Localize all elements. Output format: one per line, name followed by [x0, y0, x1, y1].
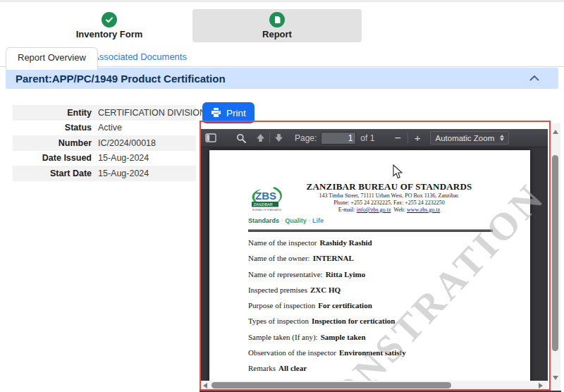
sidebar-toggle-icon[interactable] [205, 133, 216, 142]
scroll-down-icon[interactable] [553, 376, 558, 380]
search-icon[interactable] [236, 133, 246, 143]
tab-bar: Report Overview Associated Documents [0, 47, 564, 67]
field-line: Name of the owner:INTERNAL [248, 250, 406, 266]
page-down-icon[interactable] [274, 133, 283, 142]
detail-label: Date Issued [13, 153, 98, 163]
web-link[interactable]: www.zbs.go.tz [407, 207, 440, 213]
detail-value: 15-Aug-2024 [98, 169, 149, 178]
org-name: ZANZIBAR BUREAU OF STANDARDS [280, 181, 498, 192]
detail-value: 15-Aug-2024 [98, 153, 149, 163]
org-phone-fax: Phone: +255 24 2232225, Fax: +255 24 223… [280, 200, 498, 207]
report-details-table: Entity CERTIFICATION DIVISION Status Act… [13, 105, 196, 181]
detail-value: IC/2024/00018 [98, 138, 156, 148]
svg-text:ZANZIBAR: ZANZIBAR [254, 202, 273, 207]
page-up-icon[interactable] [256, 133, 265, 142]
scroll-up-icon[interactable] [553, 130, 558, 134]
field-line: Inspected premisesZXC HQ [248, 282, 406, 298]
vertical-scrollbar[interactable] [550, 123, 560, 391]
table-row: Status Active [13, 121, 196, 136]
letterhead-rule [248, 229, 493, 232]
parent-accordion-header[interactable]: Parent:APP/PC/1949 Product Certification [6, 68, 558, 89]
field-line: Sample taken (If any):Sample taken [248, 329, 406, 345]
web-label: Web: [391, 207, 407, 213]
select-arrows-icon [500, 135, 504, 141]
svg-text:BUREAU OF STANDARDS: BUREAU OF STANDARDS [252, 209, 282, 212]
parent-title: APP/PC/1949 Product Certification [52, 73, 226, 85]
dot-separator: ◦ [281, 217, 283, 224]
field-line: Types of inspectionInspection for certic… [248, 313, 406, 329]
step-label: Inventory Form [28, 29, 190, 39]
chevron-up-icon[interactable] [529, 75, 540, 82]
zoom-in-icon[interactable]: + [415, 132, 421, 144]
detail-value: Active [98, 123, 122, 133]
check-icon [102, 12, 117, 27]
org-contact-line: E-mail: info@zbs.go.tz Web: www.zbs.go.t… [280, 207, 498, 214]
vertical-scroll-thumb[interactable] [552, 155, 558, 351]
step-label: Report [192, 29, 362, 39]
tagline-quality: Quality [285, 217, 307, 224]
scroll-left-icon[interactable] [203, 383, 207, 388]
detail-label: Entity [13, 108, 98, 118]
print-button-label: Print [226, 108, 246, 118]
pdf-toolbar: Page: of 1 − + Automatic Zoom [200, 129, 548, 147]
horizontal-scrollbar[interactable] [200, 381, 548, 390]
horizontal-scroll-thumb[interactable] [212, 382, 451, 388]
org-address: 143 Timba Street, 71111 Urban West, PO B… [280, 192, 498, 200]
tab-associated-documents[interactable]: Associated Documents [93, 47, 187, 67]
zoom-level-select[interactable]: Automatic Zoom [430, 131, 509, 145]
report-page: Inventory Form Report Report Overview As… [0, 0, 564, 392]
email-link[interactable]: info@zbs.go.tz [357, 207, 391, 213]
table-row: Entity CERTIFICATION DIVISION [13, 105, 196, 121]
field-line: Name of representative:Ritta Lyimo [248, 267, 406, 282]
print-button[interactable]: Print [202, 102, 255, 123]
svg-text:ZBS: ZBS [255, 190, 276, 202]
zoom-out-icon[interactable]: − [394, 132, 400, 145]
email-label: E-mail: [338, 207, 357, 213]
detail-label: Status [13, 123, 98, 133]
tagline: Standards ◦ Quality ◦ Life [248, 217, 324, 224]
dot-separator: ◦ [308, 217, 310, 224]
zoom-level-value: Automatic Zoom [435, 134, 494, 142]
field-line: RemarksAll clear [248, 360, 406, 376]
field-line: Purpose of inspectionFor certification [248, 298, 406, 313]
field-line: Observation of the inspectorEnvironment … [248, 345, 406, 360]
tab-report-overview[interactable]: Report Overview [6, 47, 98, 70]
pdf-viewer: Page: of 1 − + Automatic Zoom ZBS [200, 122, 561, 392]
parent-label: Parent: [16, 73, 52, 85]
page-total-label: of 1 [360, 133, 374, 143]
pdf-page: ZBS ZANZIBAR BUREAU OF STANDARDS ZANZIBA… [209, 150, 530, 381]
table-row: Date Issued 15-Aug-2024 [13, 151, 196, 166]
letterhead: ZANZIBAR BUREAU OF STANDARDS 143 Timba S… [280, 181, 498, 214]
inspection-fields: Name of the inspectorRashidy Rashid Name… [248, 235, 406, 376]
detail-label: Start Date [13, 169, 98, 178]
document-icon [269, 12, 285, 27]
page-number-input[interactable] [321, 132, 356, 145]
detail-label: Number [13, 138, 98, 148]
field-line: Name of the inspectorRashidy Rashid [248, 235, 406, 250]
printer-icon [211, 108, 221, 118]
stepper-step-report[interactable]: Report [192, 9, 362, 42]
toolbar-divider [407, 133, 408, 143]
tagline-life: Life [312, 217, 324, 224]
tagline-standards: Standards [248, 217, 279, 224]
page-label: Page: [295, 133, 317, 143]
table-row: Number IC/2024/00018 [13, 135, 196, 151]
detail-value: CERTIFICATION DIVISION [98, 108, 206, 118]
toolbar-divider [269, 133, 270, 143]
scroll-right-icon[interactable] [539, 383, 543, 388]
pdf-canvas-area[interactable]: ZBS ZANZIBAR BUREAU OF STANDARDS ZANZIBA… [200, 147, 548, 381]
stepper-step-inventory-form[interactable]: Inventory Form [28, 9, 190, 42]
table-row: Start Date 15-Aug-2024 [13, 166, 196, 181]
